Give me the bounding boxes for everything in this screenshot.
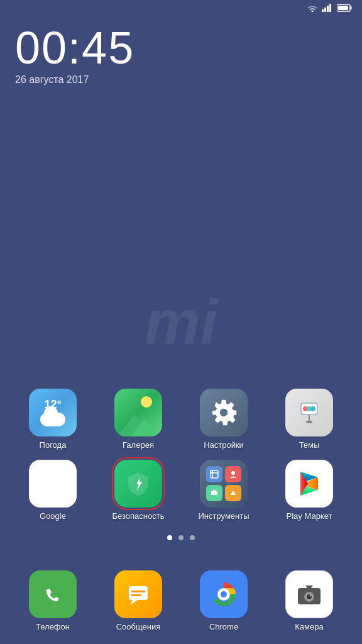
svg-rect-13 [306, 421, 312, 423]
playmarket-label: Play Маркет [287, 511, 332, 521]
dock-item-chrome[interactable]: Chrome [190, 570, 258, 631]
dock: Телефон Сообщения [0, 570, 362, 631]
svg-rect-6 [338, 6, 348, 10]
camera-label: Камера [295, 622, 323, 631]
wifi-icon [307, 3, 318, 14]
svg-rect-20 [213, 490, 216, 492]
signal-icon [322, 3, 333, 14]
mi-watermark: mi [145, 286, 218, 358]
dock-item-messages[interactable]: Сообщения [104, 570, 172, 631]
cloud-shape [40, 413, 65, 426]
app-row-1: 12° Погода Галерея [10, 389, 352, 450]
chrome-label: Chrome [209, 622, 238, 631]
page-dot-1[interactable] [167, 535, 172, 540]
svg-rect-12 [309, 415, 310, 421]
app-item-settings[interactable]: Настройки [190, 389, 258, 450]
page-dot-3[interactable] [190, 535, 195, 540]
messages-icon [125, 581, 151, 608]
app-item-themes[interactable]: Темы [275, 389, 343, 450]
app-item-google[interactable]: Google [19, 460, 87, 521]
app-item-security[interactable]: Безопасность [104, 460, 172, 521]
svg-point-32 [221, 591, 227, 597]
svg-marker-34 [305, 586, 313, 588]
svg-rect-15 [211, 470, 218, 478]
playmarket-icon [294, 469, 324, 499]
svg-marker-26 [130, 600, 138, 605]
security-label: Безопасность [112, 511, 165, 521]
status-icons [307, 3, 352, 14]
svg-rect-1 [324, 8, 326, 12]
gallery-mountain2 [131, 419, 158, 436]
time-section: 00:45 26 августа 2017 [15, 25, 134, 86]
svg-point-38 [310, 595, 312, 597]
dock-item-phone[interactable]: Телефон [19, 570, 87, 631]
app-grid: 12° Погода Галерея [0, 389, 362, 531]
page-dot-2[interactable] [178, 535, 184, 540]
gallery-sun [141, 396, 152, 408]
svg-rect-25 [129, 586, 148, 600]
page-dots [167, 535, 195, 540]
svg-rect-3 [329, 4, 331, 12]
svg-rect-0 [322, 9, 324, 12]
settings-label: Настройки [204, 440, 244, 450]
tools-label: Инструменты [198, 511, 249, 521]
status-bar [0, 0, 362, 18]
gear-icon [210, 399, 238, 426]
svg-rect-2 [327, 6, 329, 12]
dock-item-camera[interactable]: Камера [275, 570, 343, 631]
security-app-icon [114, 460, 162, 508]
gallery-label: Галерея [123, 440, 154, 450]
themes-inner [295, 399, 323, 426]
google-label: Google [40, 511, 66, 521]
app-item-playmarket[interactable]: Play Маркет [275, 460, 343, 521]
messages-label: Сообщения [116, 622, 161, 631]
themes-label: Темы [299, 440, 320, 450]
gallery-inner [114, 389, 162, 436]
svg-rect-27 [131, 591, 145, 592]
date-display: 26 августа 2017 [15, 74, 134, 86]
app-item-gallery[interactable]: Галерея [104, 389, 172, 450]
camera-icon [295, 580, 323, 608]
app-item-weather[interactable]: 12° Погода [19, 389, 87, 450]
chrome-icon [208, 579, 239, 610]
time-display: 00:45 [15, 25, 134, 70]
shield-icon [124, 470, 152, 497]
tools-grid-inner [200, 460, 248, 508]
app-item-tools[interactable]: Инструменты [190, 460, 258, 521]
svg-rect-5 [351, 6, 352, 9]
svg-point-11 [310, 406, 315, 411]
weather-label: Погода [40, 440, 67, 450]
battery-icon [337, 3, 352, 14]
svg-rect-28 [131, 594, 141, 596]
app-row-2: Google Безопасность [10, 460, 352, 521]
svg-point-18 [231, 471, 235, 475]
themes-icon [295, 399, 323, 426]
phone-icon [40, 581, 66, 608]
phone-label: Телефон [36, 622, 70, 631]
